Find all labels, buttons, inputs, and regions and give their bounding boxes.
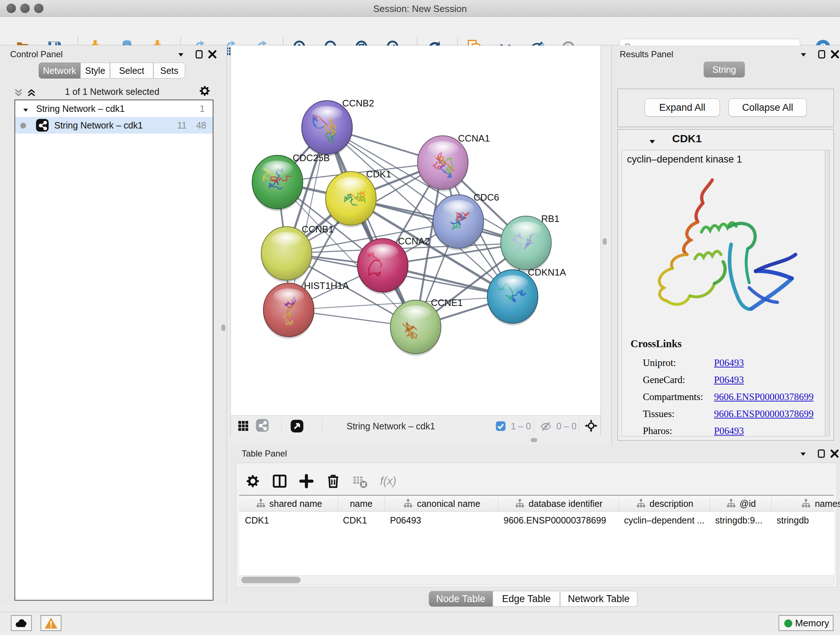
right-splitter-handle[interactable]: [603, 238, 607, 245]
table-cell[interactable]: CDK1: [338, 512, 384, 528]
results-scrollbar[interactable]: [825, 150, 829, 437]
cloud-button[interactable]: [11, 615, 32, 631]
collection-expand-icon[interactable]: [22, 106, 30, 114]
table-hscrollbar-thumb[interactable]: [241, 577, 301, 583]
crosslink-link[interactable]: 9606.ENSP00000378699: [714, 391, 813, 402]
table-cell[interactable]: 9606.ENSP00000378699: [499, 512, 617, 528]
column-header-@id[interactable]: @id: [710, 496, 772, 511]
tree-icon: [515, 498, 525, 509]
table-cell[interactable]: CDK1: [240, 512, 336, 528]
column-header-shared-name[interactable]: shared name: [240, 496, 338, 511]
table-panel-close-icon[interactable]: [829, 448, 840, 459]
results-panel: Results Panel String Expand All Collapse…: [611, 45, 840, 445]
node-label: CDK1: [366, 169, 391, 180]
expand-all-button[interactable]: Expand All: [645, 98, 720, 117]
collapse-all-button[interactable]: Collapse All: [729, 98, 807, 117]
column-label: name: [350, 499, 373, 509]
table-panel-float-icon[interactable]: [816, 448, 827, 459]
network-collection-row[interactable]: String Network – cdk1 1: [15, 100, 213, 117]
tab-sets[interactable]: Sets: [153, 63, 185, 79]
table-panel-title: Table Panel: [242, 448, 287, 459]
table-cell[interactable]: cyclin–dependent ...: [619, 512, 709, 528]
crosslink-link[interactable]: P06493: [714, 357, 744, 368]
crosslink-label: Compartments:: [643, 391, 712, 402]
crosslink-row: GeneCard: P06493: [643, 374, 824, 386]
column-header-canonical-name[interactable]: canonical name: [385, 496, 499, 511]
control-panel-close-icon[interactable]: [207, 49, 218, 60]
network-list: String Network – cdk1 1 String Network –…: [14, 100, 213, 600]
crosslink-link[interactable]: P06493: [714, 425, 744, 436]
fx-icon[interactable]: f(x): [379, 473, 395, 489]
network-view-title: String Network – cdk1: [347, 421, 435, 432]
network-selection-status: 1 of 1 Network selected: [40, 87, 185, 97]
results-panel-float-icon[interactable]: [816, 49, 827, 60]
node-CCNA1[interactable]: CCNA1: [417, 133, 490, 192]
protein-structure-image: [641, 171, 814, 333]
tab-string[interactable]: String: [704, 62, 745, 78]
network-badge-gray-icon[interactable]: [256, 418, 269, 432]
tab-edge-table[interactable]: Edge Table: [493, 591, 560, 607]
warnings-button[interactable]: [41, 615, 62, 631]
node-CCNE1[interactable]: CCNE1: [390, 297, 463, 356]
bottom-splitter-handle[interactable]: [531, 438, 537, 442]
network-collection-label: String Network – cdk1: [36, 103, 125, 114]
node-CDKN1A[interactable]: CDKN1A: [487, 267, 566, 325]
node-CDC25B[interactable]: CDC25B: [252, 152, 330, 211]
birds-eye-view-icon[interactable]: [289, 418, 305, 434]
crosslink-row: Uniprot: P06493: [643, 357, 824, 369]
node-RB1[interactable]: RB1: [501, 213, 560, 272]
node-CCNA2[interactable]: CCNA2: [357, 236, 430, 295]
selected-checkbox-icon[interactable]: [495, 420, 507, 432]
crosslink-label: Tissues:: [643, 409, 712, 420]
tab-node-table[interactable]: Node Table: [429, 591, 493, 607]
control-panel-float-icon[interactable]: [194, 49, 205, 60]
results-panel-title: Results Panel: [620, 49, 673, 59]
crosslink-link[interactable]: P06493: [714, 374, 744, 385]
node-label: RB1: [541, 213, 560, 224]
grid-view-icon[interactable]: [237, 420, 249, 432]
table-panel: Table Panel f(x) shared namenamecanonica…: [231, 445, 840, 608]
tab-network-table[interactable]: Network Table: [560, 591, 638, 607]
results-panel-close-icon[interactable]: [829, 49, 840, 60]
title-bar: Session: New Session: [0, 0, 840, 17]
table-cell[interactable]: stringdb:9...: [710, 512, 770, 528]
tab-network[interactable]: Network: [39, 63, 80, 79]
network-row-selected[interactable]: String Network – cdk1 11 48: [15, 117, 213, 134]
collapse-all-networks-icon[interactable]: [13, 87, 24, 98]
add-column-icon[interactable]: [298, 473, 314, 489]
left-splitter-handle[interactable]: [221, 325, 225, 331]
fit-content-crosshair-icon[interactable]: [584, 418, 598, 433]
column-label: shared name: [270, 499, 322, 509]
hidden-eye-icon[interactable]: [539, 420, 553, 433]
table-cell[interactable]: P06493: [385, 512, 497, 528]
results-panel-collapse-icon[interactable]: [799, 50, 808, 59]
memory-button[interactable]: Memory: [778, 615, 834, 631]
delete-table-icon[interactable]: [352, 473, 368, 489]
column-header-description[interactable]: description: [619, 496, 710, 511]
crosslink-link[interactable]: 9606.ENSP00000378699: [714, 409, 813, 419]
gene-section: CDK1 cyclin–dependent kinase 1 CrossLink…: [617, 129, 834, 440]
control-panel-collapse-icon[interactable]: [177, 50, 185, 59]
table-cell[interactable]: stringdb: [772, 512, 840, 528]
tab-style[interactable]: Style: [80, 63, 110, 79]
network-canvas[interactable]: CCNB2 CCNA1 CDC25B CDK1 CDC6 RB1 CCNB1 C…: [231, 46, 601, 415]
column-header-name[interactable]: name: [338, 496, 385, 511]
network-options-gear-icon[interactable]: [198, 84, 211, 97]
column-header-database-identifier[interactable]: database identifier: [499, 496, 619, 511]
gene-section-expand-icon[interactable]: [647, 137, 657, 146]
delete-column-icon[interactable]: [325, 473, 341, 489]
column-label: namespace: [815, 499, 840, 509]
control-panel: Control Panel NetworkStyleSelectSets 1 o…: [0, 45, 227, 605]
node-CCNB2[interactable]: CCNB2: [302, 98, 374, 157]
tree-icon: [801, 498, 812, 509]
column-header-namespace[interactable]: namespace: [772, 496, 840, 511]
table-panel-collapse-icon[interactable]: [799, 450, 807, 458]
tab-select[interactable]: Select: [110, 63, 153, 79]
node-HIST1H1A[interactable]: HIST1H1A: [264, 280, 349, 339]
edge-CCNB2-CCNE1[interactable]: [327, 127, 416, 327]
table-hscrollbar[interactable]: [239, 575, 834, 585]
crosslink-row: Compartments: 9606.ENSP00000378699: [643, 391, 824, 402]
expand-all-networks-icon[interactable]: [26, 87, 37, 98]
gear-icon[interactable]: [245, 473, 261, 489]
columns-icon[interactable]: [272, 473, 287, 489]
